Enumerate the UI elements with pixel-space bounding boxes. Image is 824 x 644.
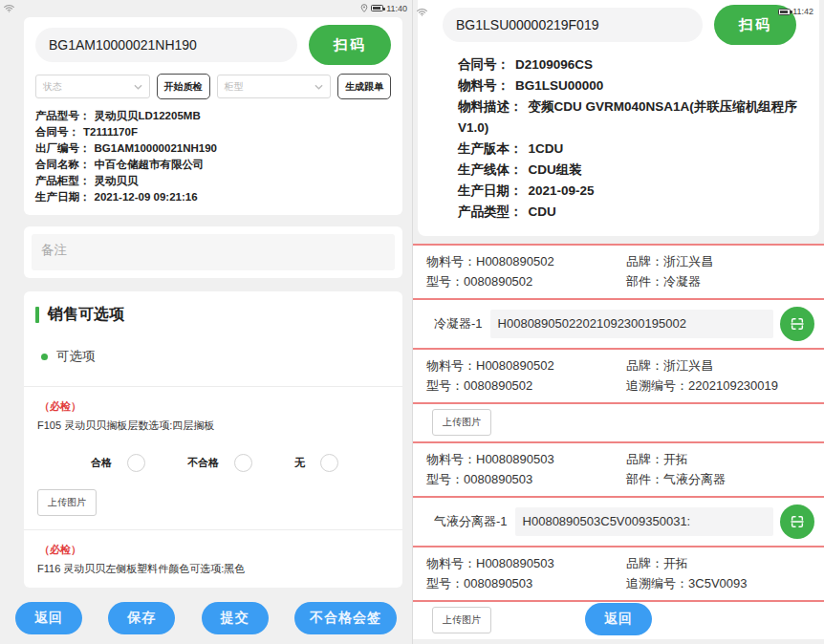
trace-code-input[interactable]: H0080890503C5V009350031: [515, 507, 773, 536]
wifi-icon [4, 4, 14, 12]
footer-actions: 返回 [413, 603, 824, 635]
scan-code-button[interactable] [780, 504, 814, 539]
info-row: 产品型号：灵动贝贝LD12205MB [35, 108, 391, 124]
material-info-list: 合同号：D2109096CS 物料号：BG1LSU00000 物料描述：变频CD… [458, 54, 802, 223]
save-button[interactable]: 保存 [108, 602, 175, 634]
status-select[interactable]: 状态 [35, 75, 150, 98]
material-header-card: 11:42 BG1LSU00000219F019 扫码 合同号：D2109096… [418, 0, 819, 236]
radio-row: 合格 不合格 无 [91, 454, 391, 472]
radio-option-none: 无 [294, 454, 338, 472]
product-info-list: 产品型号：灵动贝贝LD12205MB 合同号：T2111170F 出厂编号：BG… [35, 108, 391, 205]
radio-none[interactable] [320, 454, 338, 472]
inspection-panel: 11:40 BG1AM10000021NH190 扫码 状态 开始质检 柜型 生… [0, 0, 412, 644]
info-row: 产品类型：CDU [458, 202, 802, 223]
info-row: 合同号：T2111170F [35, 124, 391, 140]
info-row: 合同号：D2109096CS [458, 54, 802, 75]
radio-option-pass: 合格 [91, 454, 145, 472]
info-row: 物料号：BG1LSU00000 [458, 75, 802, 97]
wifi-icon [417, 8, 427, 16]
status-time: 11:42 [792, 7, 813, 16]
info-row: 产品柜型：灵动贝贝 [35, 173, 391, 189]
scan-icon [790, 316, 805, 332]
status-time: 11:40 [386, 4, 407, 13]
chevron-down-icon [314, 84, 323, 90]
dual-screen-app: 11:40 BG1AM10000021NH190 扫码 状态 开始质检 柜型 生… [0, 0, 824, 644]
product-header-card: BG1AM10000021NH190 扫码 状态 开始质检 柜型 生成跟单 产品… [24, 17, 402, 215]
info-row: 生产线体：CDU组装 [458, 160, 802, 181]
upload-row: 上传图片 [413, 404, 824, 441]
required-tag: （必检） [39, 399, 391, 414]
battery-icon [371, 5, 383, 11]
scan-button[interactable]: 扫码 [309, 25, 391, 65]
part-info-block: 物料号：H0080890502品牌：浙江兴昌 型号：0080890502部件：冷… [413, 246, 824, 298]
divider [24, 386, 402, 387]
component-scan-row: 冷凝器-1 H00808905022021092300195002 [413, 300, 824, 348]
required-tag: （必检） [39, 543, 391, 557]
cabinet-type-select[interactable]: 柜型 [217, 75, 332, 98]
radio-option-fail: 不合格 [187, 454, 252, 472]
chevron-down-icon [134, 84, 142, 90]
info-row: 出厂编号：BG1AM10000021NH190 [35, 140, 391, 157]
section-subtitle: 可选项 [41, 348, 391, 365]
start-inspection-button[interactable]: 开始质检 [157, 74, 210, 99]
check-item: （必检） F105 灵动贝贝搁板层数选项:四层搁板 合格 不合格 无 [35, 399, 391, 529]
status-bar-right: 11:42 [778, 7, 813, 16]
divider [24, 529, 402, 530]
info-row: 合同名称：中百仓储超市有限公司 [35, 157, 391, 173]
trace-info-block: 物料号：H0080890502品牌：浙江兴昌 型号：0080890502追溯编号… [413, 350, 824, 402]
submit-button[interactable]: 提交 [202, 602, 269, 634]
info-row: 生产版本：1CDU [458, 139, 802, 160]
upload-image-button[interactable]: 上传图片 [37, 489, 97, 516]
info-row: 生产日期：2021-12-09 09:21:16 [35, 189, 391, 205]
remark-textarea[interactable]: 备注 [32, 234, 395, 270]
check-item-text: F105 灵动贝贝搁板层数选项:四层搁板 [37, 419, 391, 433]
barcode-input[interactable]: BG1AM10000021NH190 [35, 28, 297, 62]
part-info-block: 物料号：H0080890503品牌：开拓 型号：0080890503部件：气液分… [413, 443, 824, 496]
trace-code-input[interactable]: H00808905022021092300195002 [490, 310, 773, 338]
green-dot-icon [41, 354, 48, 360]
info-row: 物料描述：变频CDU GVRM040NSA1A(并联压缩机组程序 V1.0) [458, 97, 802, 139]
sales-options-card: 销售可选项 可选项 （必检） F105 灵动贝贝搁板层数选项:四层搁板 合格 不… [24, 291, 402, 588]
scan-code-button[interactable] [780, 307, 814, 341]
upload-image-button[interactable]: 上传图片 [432, 409, 491, 436]
accent-bar [35, 307, 39, 323]
check-item-text: F116 灵动贝贝左侧板塑料件颜色可选项:黑色 [37, 562, 391, 576]
section-title: 销售可选项 [35, 305, 391, 325]
remark-card: 备注 [24, 226, 402, 278]
barcode-input[interactable]: BG1LSU00000219F019 [443, 8, 703, 42]
footer-actions: 返回 保存 提交 不合格会签 [0, 602, 412, 634]
back-button[interactable]: 返回 [585, 603, 652, 635]
scan-icon [790, 514, 805, 529]
check-item: （必检） F116 灵动贝贝左侧板塑料件颜色可选项:黑色 [35, 543, 391, 576]
battery-icon [778, 9, 791, 15]
fail-countersign-button[interactable]: 不合格会签 [294, 602, 397, 634]
status-bar-left: 11:40 [0, 0, 412, 15]
generate-order-button[interactable]: 生成跟单 [337, 74, 391, 99]
radio-pass[interactable] [127, 454, 145, 472]
location-icon [360, 4, 368, 12]
radio-fail[interactable] [234, 454, 252, 472]
component-trace-list: 物料号：H0080890502品牌：浙江兴昌 型号：0080890502部件：冷… [413, 244, 824, 639]
component-scan-row: 气液分离器-1 H0080890503C5V009350031: [413, 498, 824, 546]
trace-info-block: 物料号：H0080890503品牌：开拓 型号：0080890503追溯编号：3… [413, 547, 824, 600]
traceability-panel: 11:42 BG1LSU00000219F019 扫码 合同号：D2109096… [412, 0, 824, 644]
back-button[interactable]: 返回 [15, 602, 82, 634]
info-row: 生产日期：2021-09-25 [458, 181, 802, 202]
